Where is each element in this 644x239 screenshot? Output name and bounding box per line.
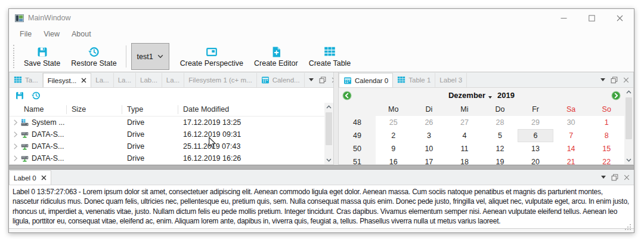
table-row[interactable]: DATA-S...Drive25.11.2019 07:43 [10,140,324,152]
column-header-type[interactable]: Type [122,105,178,114]
calendar-day[interactable]: 13 [518,142,553,155]
create-editor-button[interactable]: Create Editor [249,42,304,71]
table-row[interactable]: DATA-S...Drive16.12.2019 09:31 [10,128,324,140]
filesystem-scrollbar[interactable] [324,103,333,164]
right-panel-tab-table-1[interactable]: Table 1 [393,73,435,87]
calendar-day[interactable]: 2 [376,129,411,142]
left-panel-tab-calend[interactable]: Calend... [257,73,305,87]
undock-icon[interactable] [319,76,326,84]
create-perspective-button[interactable]: Create Perspective [175,42,249,71]
calendar-day[interactable]: 7 [553,129,589,142]
calendar-day[interactable]: 10 [411,142,447,155]
calendar-day[interactable]: 22 [589,155,624,165]
column-header-size[interactable]: Size [67,105,122,114]
scrollbar-thumb[interactable] [626,97,632,139]
calendar-day[interactable]: 15 [589,142,624,155]
menu-view[interactable]: View [38,29,66,39]
calendar-day[interactable]: 21 [553,155,589,165]
calendar-day[interactable]: 8 [589,129,624,142]
calendar-day[interactable]: 26 [411,116,447,129]
tab-menu-caret-icon[interactable] [601,176,606,179]
history-icon [88,45,100,59]
restore-state-button[interactable]: Restore State [66,42,122,71]
tab-close-icon[interactable] [81,78,86,83]
calendar-day[interactable]: 11 [447,142,482,155]
horizontal-splitter[interactable] [9,165,634,170]
month-label[interactable]: Dezember [448,91,485,100]
expand-chevron-icon[interactable] [13,143,18,150]
scroll-up-icon[interactable] [324,103,333,111]
calendar-day[interactable]: 18 [447,155,482,165]
tab-menu-caret-icon[interactable] [600,78,605,81]
history-icon[interactable] [31,91,41,100]
calendar-day[interactable]: 14 [553,142,589,155]
calendar-day[interactable]: 5 [482,129,518,142]
scrollbar-thumb[interactable] [326,112,332,145]
calendar-scrollbar[interactable] [624,88,633,164]
calendar-day-selected[interactable]: 6 [518,129,553,142]
right-tabs: Calendar 0Table 1Label 3 [339,72,467,87]
maximize-icon [589,15,595,22]
expand-chevron-icon[interactable] [13,155,18,162]
next-month-button[interactable] [611,91,621,100]
calendar-day[interactable]: 4 [447,129,482,142]
left-panel-tab-filesyst[interactable]: Filesyst... [43,73,92,88]
year-label[interactable]: 2019 [497,91,515,100]
close-panel-icon[interactable] [623,77,629,83]
menu-about[interactable]: About [66,29,97,39]
row-name-cell: DATA-S... [10,130,67,139]
prev-month-button[interactable] [342,91,352,100]
tab-menu-caret-icon[interactable] [309,78,314,81]
scroll-down-icon[interactable] [624,156,633,164]
calendar-day[interactable]: 9 [376,142,411,155]
close-panel-icon[interactable] [332,77,333,83]
vertical-splitter[interactable] [334,72,338,165]
save-icon[interactable] [15,91,24,100]
expand-chevron-icon[interactable] [13,119,18,126]
undock-icon[interactable] [611,174,618,181]
calendar-day[interactable]: 19 [482,155,518,165]
create-table-button[interactable]: Create Table [304,42,357,71]
minimize-button[interactable] [550,9,578,27]
scroll-up-icon[interactable] [624,88,633,96]
close-button[interactable] [606,9,634,27]
left-panel-tab-lab[interactable]: Lab... [136,73,162,87]
right-panel-tab-label-3[interactable]: Label 3 [435,73,467,87]
left-panel-tab-la[interactable]: La... [91,73,113,87]
scroll-down-icon[interactable] [324,156,333,164]
tab-label: La... [95,76,109,84]
calendar-day[interactable]: 30 [553,116,589,129]
table-row[interactable]: System ...Drive17.12.2019 13:25 [10,117,324,128]
right-panel-tab-calendar-0[interactable]: Calendar 0 [339,73,393,88]
perspective-combobox[interactable]: test1 [131,43,169,70]
calendar-day[interactable]: 1 [589,116,624,129]
column-header-date[interactable]: Date Modified [178,105,324,114]
bottom-panel-tab-label-0[interactable]: Label 0 [9,170,51,185]
toolbar-drag-handle[interactable] [13,45,14,68]
maximize-button[interactable] [578,9,606,27]
close-panel-icon[interactable] [624,174,630,180]
left-panel-tab-filesystem-1-c-m[interactable]: Filesystem 1 (c+ m... [184,73,256,87]
undock-icon[interactable] [611,76,618,84]
calendar-day[interactable]: 17 [411,155,447,165]
calendar-day[interactable]: 16 [376,155,411,165]
table-row[interactable]: DATA-S...Drive16.12.2019 16:26 [10,152,324,164]
left-panel-tab-ta[interactable]: Ta... [10,73,43,87]
calendar-day[interactable]: 28 [482,116,518,129]
calendar-day[interactable]: 25 [376,116,411,129]
calendar-nav: Dezember 2019 [339,88,624,103]
left-panel-tab-la[interactable]: La... [114,73,136,87]
calendar-day[interactable]: 29 [518,116,553,129]
calendar-day[interactable]: 12 [482,142,518,155]
week-number: 51 [339,155,376,165]
menu-file[interactable]: File [14,29,38,39]
left-panel-tab-la[interactable]: La... [162,73,184,87]
save-state-button[interactable]: Save State [18,42,66,71]
calendar-day[interactable]: 20 [518,155,553,165]
calendar-day[interactable]: 27 [447,116,482,129]
resize-grip-icon[interactable] [624,223,632,231]
tab-close-icon[interactable] [41,175,47,180]
column-header-name[interactable]: Name [10,105,67,114]
expand-chevron-icon[interactable] [13,131,18,138]
calendar-day[interactable]: 3 [411,129,447,142]
